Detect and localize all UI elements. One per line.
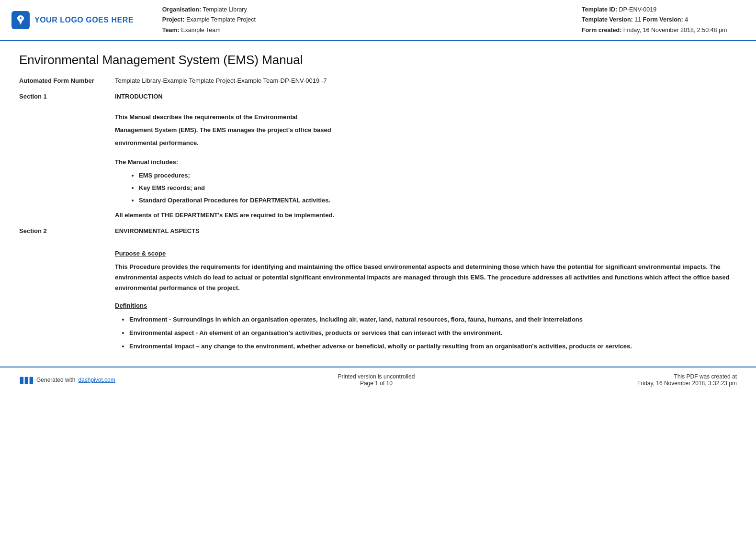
- section1-label: Section 1: [19, 93, 115, 107]
- page-info: Page 1 of 10: [338, 380, 415, 387]
- form-created-line: Form created: Friday, 16 November 2018, …: [582, 25, 745, 35]
- intro-line3: environmental performance.: [115, 136, 737, 149]
- purpose-body: This Procedure provides the requirements…: [115, 262, 737, 293]
- project-line: Project: Example Template Project: [162, 15, 582, 25]
- document-title: Environmental Management System (EMS) Ma…: [19, 53, 737, 67]
- content: Environmental Management System (EMS) Ma…: [0, 41, 756, 352]
- logo-icon: [11, 11, 30, 29]
- template-id-line: Template ID: DP-ENV-0019: [582, 5, 745, 15]
- bullet2: Key EMS records; and: [139, 182, 737, 194]
- intro-line1: This Manual describes the requirements o…: [115, 111, 737, 123]
- logo-text: YOUR LOGO GOES HERE: [34, 16, 134, 24]
- bullet3: Standard Operational Procedures for DEPA…: [139, 194, 737, 207]
- template-version-line: Template Version: 11 Form Version: 4: [582, 15, 745, 25]
- footer: ▮▮▮ Generated with dashpivot.com Printed…: [0, 367, 756, 392]
- def1: Environment - Surroundings in which an o…: [129, 314, 737, 325]
- footer-left: ▮▮▮ Generated with dashpivot.com: [19, 375, 115, 385]
- automated-form-number-label: Automated Form Number: [19, 76, 115, 84]
- header-meta-right: Template ID: DP-ENV-0019 Template Versio…: [582, 5, 745, 35]
- automated-form-number-row: Automated Form Number Template Library-E…: [19, 76, 737, 84]
- generated-with-label: Generated with: [36, 377, 75, 383]
- section1-bullets: EMS procedures; Key EMS records; and Sta…: [134, 169, 737, 207]
- manual-includes-label: The Manual includes:: [115, 158, 737, 166]
- header-meta-center: Organisation: Template Library Project: …: [134, 5, 582, 35]
- automated-form-number-value: Template Library-Example Template Projec…: [115, 76, 737, 84]
- pdf-created-label: This PDF was created at: [637, 373, 737, 380]
- definitions-list: Environment - Surroundings in which an o…: [124, 314, 737, 352]
- intro-block: This Manual describes the requirements o…: [115, 111, 737, 150]
- organisation-line: Organisation: Template Library: [162, 5, 582, 15]
- section2-content: Purpose & scope This Procedure provides …: [115, 250, 737, 352]
- section2-title: ENVIRONMENTAL ASPECTS: [115, 227, 737, 241]
- purpose-heading: Purpose & scope: [115, 250, 737, 257]
- logo-section: YOUR LOGO GOES HERE: [11, 5, 134, 35]
- def2: Environmental aspect - An element of an …: [129, 327, 737, 339]
- bullet1: EMS procedures;: [139, 169, 737, 182]
- section2-title-text: ENVIRONMENTAL ASPECTS: [115, 227, 737, 234]
- team-line: Team: Example Team: [162, 25, 582, 35]
- footer-right: This PDF was created at Friday, 16 Novem…: [637, 373, 737, 387]
- dashpivot-icon: ▮▮▮: [19, 375, 34, 385]
- section1-row: Section 1 INTRODUCTION: [19, 93, 737, 107]
- dashpivot-link[interactable]: dashpivot.com: [78, 377, 115, 383]
- section1-title-text: INTRODUCTION: [115, 93, 737, 100]
- def3: Environmental impact – any change to the…: [129, 341, 737, 352]
- footer-center: Printed version is uncontrolled Page 1 o…: [338, 373, 415, 387]
- pdf-created-value: Friday, 16 November 2018, 3:32:23 pm: [637, 380, 737, 387]
- definitions-heading: Definitions: [115, 302, 737, 309]
- all-elements-text: All elements of THE DEPARTMENT's EMS are…: [115, 211, 737, 219]
- section1-title: INTRODUCTION: [115, 93, 737, 107]
- printed-version-label: Printed version is uncontrolled: [338, 373, 415, 380]
- section2-label: Section 2: [19, 227, 115, 241]
- section2-row: Section 2 ENVIRONMENTAL ASPECTS: [19, 227, 737, 241]
- header: YOUR LOGO GOES HERE Organisation: Templa…: [0, 0, 756, 41]
- intro-line2: Management System (EMS). The EMS manages…: [115, 123, 737, 136]
